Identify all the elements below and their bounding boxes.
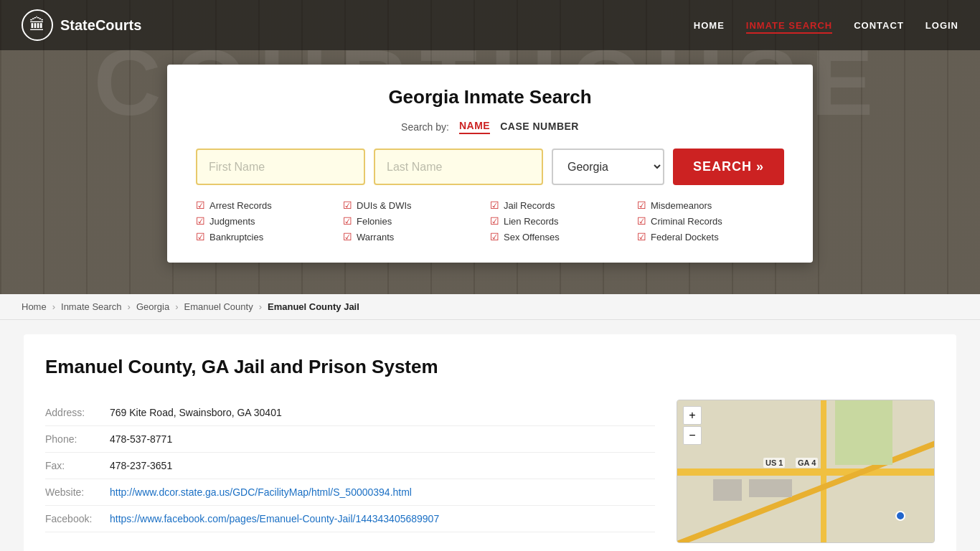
tab-case-number[interactable]: CASE NUMBER bbox=[500, 121, 579, 133]
brand-link[interactable]: 🏛 StateCourts bbox=[22, 9, 141, 41]
search-card-title: Georgia Inmate Search bbox=[196, 86, 784, 108]
search-by-label: Search by: bbox=[401, 121, 449, 133]
info-phone-row: Phone: 478-537-8771 bbox=[45, 426, 655, 453]
check-warrants: ☑ Warrants bbox=[343, 231, 490, 242]
check-icon-sex-offenses: ☑ bbox=[490, 231, 499, 242]
map-zoom-out[interactable]: − bbox=[683, 426, 702, 445]
breadcrumb-sep-4: › bbox=[259, 301, 262, 312]
map-controls: + − bbox=[683, 406, 702, 445]
content-area: Emanuel County, GA Jail and Prison Syste… bbox=[0, 320, 980, 551]
brand-logo: 🏛 bbox=[22, 9, 53, 41]
facebook-label: Facebook: bbox=[45, 513, 110, 524]
address-value: 769 Kite Road, Swainsboro, GA 30401 bbox=[110, 407, 282, 418]
website-label: Website: bbox=[45, 486, 110, 498]
phone-value: 478-537-8771 bbox=[110, 433, 172, 445]
check-icon-warrants: ☑ bbox=[343, 231, 352, 242]
facility-info: Address: 769 Kite Road, Swainsboro, GA 3… bbox=[45, 400, 655, 543]
nav-inmate-search[interactable]: INMATE SEARCH bbox=[746, 20, 832, 34]
map-svg bbox=[677, 400, 934, 542]
check-sex-offenses: ☑ Sex Offenses bbox=[490, 231, 637, 242]
check-bankruptcies: ☑ Bankruptcies bbox=[196, 231, 343, 242]
search-by-row: Search by: NAME CASE NUMBER bbox=[196, 120, 784, 134]
navbar: 🏛 StateCourts HOME INMATE SEARCH CONTACT… bbox=[0, 0, 980, 50]
check-icon-criminal: ☑ bbox=[637, 215, 646, 227]
check-felonies: ☑ Felonies bbox=[343, 215, 490, 227]
check-arrest-records: ☑ Arrest Records bbox=[196, 199, 343, 211]
breadcrumb-sep-1: › bbox=[52, 301, 55, 312]
breadcrumb-sep-2: › bbox=[128, 301, 131, 312]
brand-name: StateCourts bbox=[60, 17, 141, 34]
facebook-value: https://www.facebook.com/pages/Emanuel-C… bbox=[110, 513, 439, 524]
checkboxes-grid: ☑ Arrest Records ☑ DUIs & DWIs ☑ Jail Re… bbox=[196, 199, 784, 242]
breadcrumb-georgia[interactable]: Georgia bbox=[136, 301, 169, 312]
svg-rect-6 bbox=[749, 479, 792, 497]
website-value: http://www.dcor.state.ga.us/GDC/Facility… bbox=[110, 486, 412, 498]
check-icon-misdemeanors: ☑ bbox=[637, 199, 646, 211]
phone-label: Phone: bbox=[45, 433, 110, 445]
fax-label: Fax: bbox=[45, 460, 110, 471]
last-name-input[interactable] bbox=[374, 149, 543, 185]
breadcrumb-home[interactable]: Home bbox=[22, 301, 47, 312]
nav-links: HOME INMATE SEARCH CONTACT LOGIN bbox=[694, 19, 958, 32]
search-button[interactable]: SEARCH » bbox=[673, 149, 784, 185]
check-lien-records: ☑ Lien Records bbox=[490, 215, 637, 227]
breadcrumb: Home › Inmate Search › Georgia › Emanuel… bbox=[0, 294, 980, 320]
map-pin bbox=[895, 511, 905, 521]
address-label: Address: bbox=[45, 407, 110, 418]
svg-rect-2 bbox=[821, 400, 826, 542]
info-fax-row: Fax: 478-237-3651 bbox=[45, 453, 655, 479]
facility-title: Emanuel County, GA Jail and Prison Syste… bbox=[45, 356, 935, 378]
svg-rect-1 bbox=[677, 468, 934, 476]
check-icon-federal: ☑ bbox=[637, 231, 646, 242]
map-label-ga4: GA 4 bbox=[796, 458, 818, 468]
breadcrumb-inmate-search[interactable]: Inmate Search bbox=[61, 301, 122, 312]
check-judgments: ☑ Judgments bbox=[196, 215, 343, 227]
check-criminal-records: ☑ Criminal Records bbox=[637, 215, 784, 227]
check-misdemeanors: ☑ Misdemeanors bbox=[637, 199, 784, 211]
facility-layout: Address: 769 Kite Road, Swainsboro, GA 3… bbox=[45, 400, 935, 543]
map-box: + − US 1 GA 4 bbox=[677, 400, 935, 543]
svg-rect-5 bbox=[713, 479, 742, 501]
breadcrumb-sep-3: › bbox=[175, 301, 178, 312]
nav-contact[interactable]: CONTACT bbox=[854, 20, 904, 31]
tab-name[interactable]: NAME bbox=[459, 120, 490, 134]
fax-value: 478-237-3651 bbox=[110, 460, 172, 471]
check-jail-records: ☑ Jail Records bbox=[490, 199, 637, 211]
check-icon-duis: ☑ bbox=[343, 199, 352, 211]
state-select[interactable]: Georgia Alabama Florida Tennessee bbox=[552, 149, 664, 185]
check-icon-judgments: ☑ bbox=[196, 215, 205, 227]
website-link[interactable]: http://www.dcor.state.ga.us/GDC/Facility… bbox=[110, 486, 412, 498]
check-icon-jail: ☑ bbox=[490, 199, 499, 211]
info-website-row: Website: http://www.dcor.state.ga.us/GDC… bbox=[45, 479, 655, 506]
check-icon-arrest: ☑ bbox=[196, 199, 205, 211]
svg-rect-4 bbox=[835, 400, 892, 465]
facebook-link[interactable]: https://www.facebook.com/pages/Emanuel-C… bbox=[110, 513, 439, 524]
check-icon-lien: ☑ bbox=[490, 215, 499, 227]
check-icon-felonies: ☑ bbox=[343, 215, 352, 227]
content-card: Emanuel County, GA Jail and Prison Syste… bbox=[24, 334, 956, 551]
info-address-row: Address: 769 Kite Road, Swainsboro, GA 3… bbox=[45, 400, 655, 426]
map-zoom-in[interactable]: + bbox=[683, 406, 702, 425]
check-federal-dockets: ☑ Federal Dockets bbox=[637, 231, 784, 242]
nav-login[interactable]: LOGIN bbox=[925, 20, 958, 31]
map-label-us1: US 1 bbox=[763, 458, 785, 468]
search-card: Georgia Inmate Search Search by: NAME CA… bbox=[167, 65, 813, 263]
search-inputs-row: Georgia Alabama Florida Tennessee SEARCH… bbox=[196, 149, 784, 185]
info-facebook-row: Facebook: https://www.facebook.com/pages… bbox=[45, 506, 655, 532]
check-duis: ☑ DUIs & DWIs bbox=[343, 199, 490, 211]
breadcrumb-current: Emanuel County Jail bbox=[268, 301, 359, 312]
check-icon-bankruptcies: ☑ bbox=[196, 231, 205, 242]
breadcrumb-emanuel-county[interactable]: Emanuel County bbox=[184, 301, 253, 312]
first-name-input[interactable] bbox=[196, 149, 365, 185]
nav-home[interactable]: HOME bbox=[694, 20, 725, 31]
